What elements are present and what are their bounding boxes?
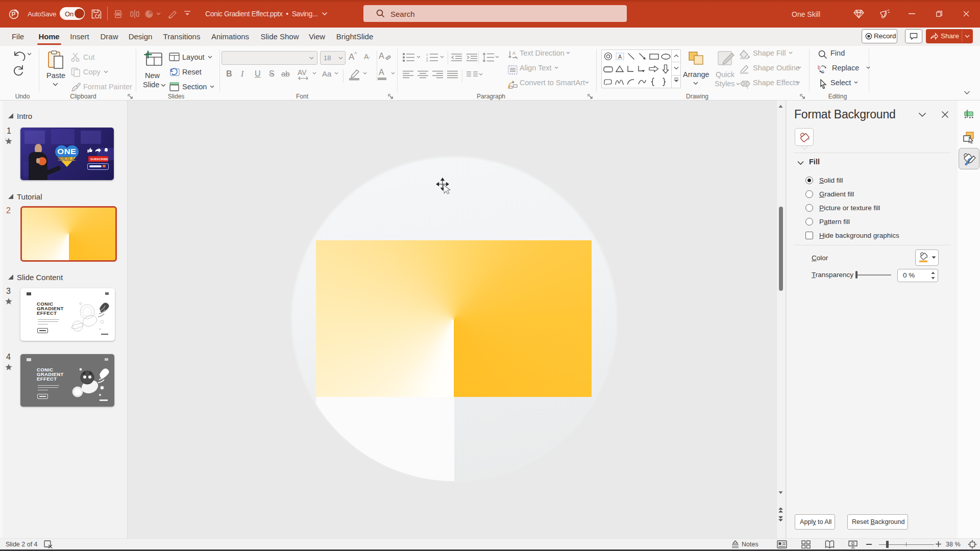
svg-text:P: P [12,11,16,18]
svg-text:3: 3 [426,59,428,62]
svg-text:A: A [512,51,516,56]
svg-text:b: b [818,65,821,70]
svg-text:c: c [821,69,824,74]
svg-text:ONE: ONE [57,147,76,156]
svg-text:SKILL: SKILL [58,156,76,162]
svg-text:1: 1 [426,53,428,56]
svg-text:A: A [618,54,622,60]
